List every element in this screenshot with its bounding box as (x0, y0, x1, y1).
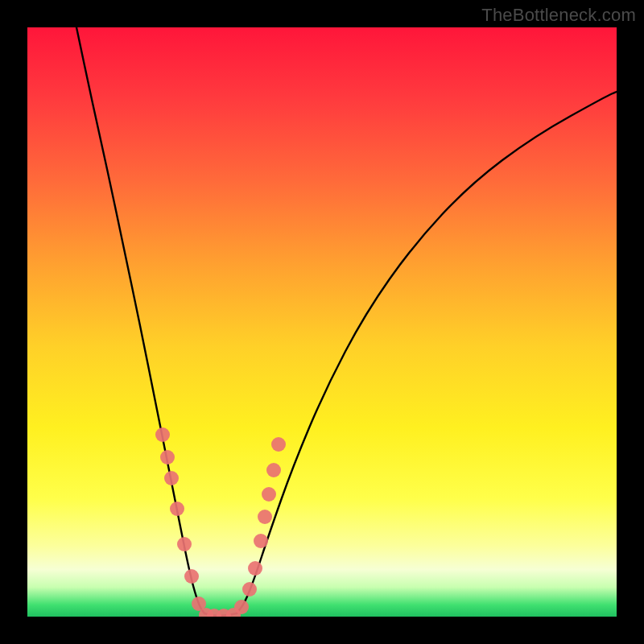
scatter-dot (164, 471, 179, 485)
scatter-dot (170, 502, 184, 516)
curve-left-branch (76, 27, 204, 613)
scatter-dot (248, 561, 262, 576)
watermark-text: TheBottleneck.com (481, 5, 636, 26)
scatter-dot (155, 427, 170, 442)
scatter-dot (266, 463, 281, 477)
scatter-dots (155, 427, 286, 617)
scatter-dot (254, 534, 268, 548)
plot-area (27, 27, 617, 617)
scatter-dot (177, 537, 192, 551)
curve-layer (27, 27, 617, 617)
bottleneck-curve (76, 27, 617, 616)
scatter-dot (234, 600, 249, 614)
scatter-dot (258, 510, 272, 524)
scatter-dot (184, 569, 199, 584)
scatter-dot (242, 582, 257, 597)
scatter-dot (160, 450, 175, 464)
chart-frame: TheBottleneck.com (0, 0, 644, 644)
scatter-dot (262, 487, 276, 502)
curve-right-branch (237, 92, 617, 613)
scatter-dot (271, 437, 286, 452)
